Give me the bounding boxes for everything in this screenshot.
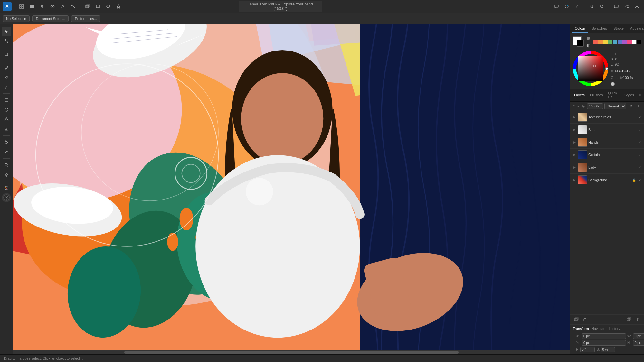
layer-item-background[interactable]: ▶ Background 🔒 ✓ bbox=[570, 174, 644, 186]
canvas-area[interactable] bbox=[13, 24, 570, 354]
tab-appearance[interactable]: Appearance bbox=[627, 24, 644, 33]
triangle-tool[interactable] bbox=[2, 115, 11, 124]
no-selection-button[interactable]: No Selection bbox=[3, 15, 30, 22]
solid-color-icon[interactable] bbox=[585, 35, 592, 42]
layer-check-texture[interactable]: ✓ bbox=[638, 115, 642, 119]
canvas-scrollbar[interactable] bbox=[13, 350, 570, 354]
y-input[interactable] bbox=[582, 340, 626, 346]
view-tool[interactable] bbox=[2, 193, 11, 202]
toolbar-star-icon[interactable] bbox=[114, 2, 123, 11]
swatch-green[interactable] bbox=[608, 40, 612, 44]
history-icon[interactable] bbox=[597, 2, 606, 11]
layer-check-curtain[interactable]: ✓ bbox=[638, 153, 642, 157]
tab-stroke[interactable]: Stroke bbox=[610, 24, 627, 33]
layer-expand-texture[interactable]: ▶ bbox=[572, 115, 577, 119]
toolbar-rect-icon[interactable] bbox=[93, 2, 102, 11]
swatch-pink[interactable] bbox=[627, 40, 632, 44]
toolbar-transform-icon[interactable] bbox=[83, 2, 92, 11]
layer-item-birds[interactable]: ▶ Birds ✓ bbox=[570, 124, 644, 136]
layer-item-lady[interactable]: ▶ Lady ✓ bbox=[570, 161, 644, 174]
crop-tool[interactable] bbox=[2, 50, 11, 59]
toolbar-settings-icon[interactable] bbox=[38, 2, 47, 11]
smudge-tool[interactable] bbox=[2, 147, 11, 156]
x-input[interactable] bbox=[582, 333, 626, 339]
preferences-button[interactable]: Preferences... bbox=[71, 15, 100, 22]
text-tool[interactable]: A bbox=[2, 125, 11, 134]
document-setup-button[interactable]: Document Setup... bbox=[32, 15, 69, 22]
account-icon[interactable] bbox=[632, 2, 641, 11]
layer-add-group[interactable]: + bbox=[616, 316, 623, 323]
layer-expand-hands[interactable]: ▶ bbox=[572, 140, 577, 144]
layer-item-texture-circles[interactable]: ▶ Texture circles ✓ bbox=[570, 111, 644, 124]
layer-item-curtain[interactable]: ▶ Curtain ✓ bbox=[570, 149, 644, 161]
add-layer-icon[interactable] bbox=[582, 316, 589, 323]
tab-colour[interactable]: Colour bbox=[572, 24, 588, 33]
r-input[interactable] bbox=[580, 347, 595, 352]
swatch-cyan[interactable] bbox=[613, 40, 617, 44]
tab-styles[interactable]: Styles bbox=[622, 91, 637, 99]
tab-brushes[interactable]: Brushes bbox=[587, 91, 605, 99]
tab-navigator[interactable]: Navigator bbox=[592, 327, 607, 331]
layer-check-lady[interactable]: ✓ bbox=[638, 165, 642, 170]
w-input[interactable] bbox=[633, 333, 644, 339]
swatch-orange[interactable] bbox=[598, 40, 603, 44]
tab-transform[interactable]: Transform bbox=[573, 327, 589, 331]
color-wheel-container[interactable] bbox=[573, 51, 608, 87]
layer-item-hands[interactable]: ▶ Hands ✓ bbox=[570, 136, 644, 149]
layer-check-hands[interactable]: ✓ bbox=[638, 140, 642, 144]
chat-icon[interactable] bbox=[612, 2, 621, 11]
ellipse-tool[interactable] bbox=[2, 105, 11, 114]
color-picker-tool[interactable] bbox=[2, 183, 11, 192]
swatch-yellow[interactable] bbox=[603, 40, 608, 44]
brush-tool[interactable] bbox=[2, 82, 11, 91]
swatch-blue[interactable] bbox=[618, 40, 622, 44]
layer-expand-background[interactable]: ▶ bbox=[572, 178, 577, 182]
toolbar-layers-icon[interactable] bbox=[27, 2, 36, 11]
layer-delete[interactable]: 🗑 bbox=[634, 316, 641, 323]
share-icon[interactable] bbox=[622, 2, 631, 11]
layer-add-icon[interactable]: + bbox=[635, 103, 641, 109]
zoom-tool[interactable] bbox=[2, 161, 11, 170]
tab-layers[interactable]: Layers bbox=[572, 91, 587, 99]
layer-expand-lady[interactable]: ▶ bbox=[572, 165, 577, 170]
toolbar-ellipse-icon[interactable] bbox=[104, 2, 113, 11]
opacity-input[interactable] bbox=[587, 103, 603, 109]
layer-duplicate[interactable] bbox=[625, 316, 632, 323]
s-input[interactable] bbox=[601, 347, 615, 352]
zoom-icon[interactable] bbox=[587, 2, 596, 11]
node-tool[interactable] bbox=[2, 37, 11, 46]
toolbar-node-icon[interactable] bbox=[69, 2, 78, 11]
app-logo[interactable]: A bbox=[3, 2, 12, 11]
tab-swatches[interactable]: Swatches bbox=[588, 24, 610, 33]
layer-check-birds[interactable]: ✓ bbox=[638, 127, 642, 132]
select-tool[interactable] bbox=[2, 27, 11, 36]
tab-quick-fx[interactable]: Quick FX bbox=[605, 89, 622, 101]
toolbar-distribute-icon[interactable] bbox=[48, 2, 57, 11]
swatch-red[interactable] bbox=[593, 40, 598, 44]
layer-check-background[interactable]: ✓ bbox=[638, 178, 642, 182]
layer-settings-icon[interactable]: ⚙ bbox=[628, 103, 634, 109]
swatch-white[interactable] bbox=[632, 40, 637, 44]
layer-expand-curtain[interactable]: ▶ bbox=[572, 153, 577, 157]
layer-expand-birds[interactable]: ▶ bbox=[572, 127, 577, 132]
display-icon[interactable] bbox=[552, 2, 561, 11]
palette-icon[interactable] bbox=[562, 2, 571, 11]
fill-tool[interactable] bbox=[2, 138, 11, 147]
tab-history[interactable]: History bbox=[609, 327, 620, 331]
gradient-icon[interactable] bbox=[585, 42, 592, 49]
toolbar-pen-icon[interactable] bbox=[58, 2, 67, 11]
background-color-swatch[interactable] bbox=[577, 40, 584, 47]
scrollbar-thumb[interactable] bbox=[124, 351, 459, 354]
h-input[interactable] bbox=[633, 340, 644, 346]
pencil-tool[interactable] bbox=[2, 73, 11, 82]
swatch-purple[interactable] bbox=[622, 40, 627, 44]
pan-tool[interactable] bbox=[2, 170, 11, 179]
pen-tool[interactable] bbox=[2, 63, 11, 72]
toolbar-grid-icon[interactable] bbox=[17, 2, 26, 11]
shape-tool[interactable] bbox=[2, 96, 11, 105]
new-layer-icon[interactable] bbox=[573, 316, 580, 323]
blend-mode-select[interactable]: Normal Multiply Screen Overlay bbox=[604, 103, 626, 109]
brush-icon[interactable] bbox=[573, 2, 582, 11]
swatch-black[interactable] bbox=[637, 40, 641, 44]
layer-lock-background[interactable]: 🔒 bbox=[632, 178, 636, 182]
